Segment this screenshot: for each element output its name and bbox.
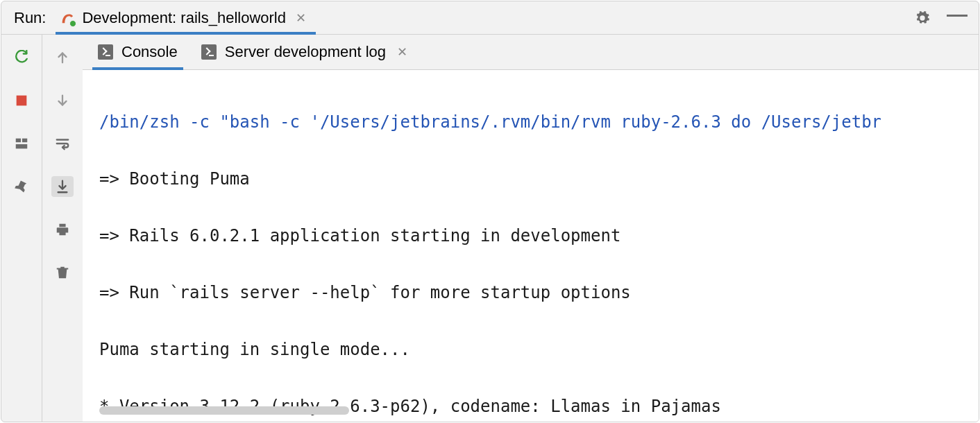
tab-console[interactable]: Console <box>92 35 183 69</box>
print-button[interactable] <box>51 219 74 240</box>
trash-button[interactable] <box>51 262 74 283</box>
svg-rect-3 <box>16 144 28 148</box>
layout-button[interactable] <box>10 133 33 154</box>
console-line: /bin/zsh -c "bash -c '/Users/jetbrains/.… <box>99 108 979 137</box>
console-line: Puma starting in single mode... <box>99 336 979 364</box>
gear-icon[interactable] <box>912 8 933 28</box>
console-output[interactable]: /bin/zsh -c "bash -c '/Users/jetbrains/.… <box>83 70 979 422</box>
run-config-tab[interactable]: Development: rails_helloworld ✕ <box>56 1 315 34</box>
run-actions-toolbar <box>1 35 42 422</box>
terminal-icon <box>98 44 113 60</box>
soft-wrap-button[interactable] <box>51 133 74 154</box>
run-tool-window: Run: Development: rails_helloworld ✕ — <box>1 1 979 422</box>
svg-rect-0 <box>17 96 27 106</box>
svg-rect-1 <box>16 139 21 143</box>
down-arrow-icon[interactable] <box>51 90 74 111</box>
close-icon[interactable]: ✕ <box>394 42 410 62</box>
titlebar: Run: Development: rails_helloworld ✕ — <box>1 1 979 35</box>
stop-button[interactable] <box>10 90 33 111</box>
svg-rect-2 <box>22 139 27 143</box>
run-config-tab-label: Development: rails_helloworld <box>82 9 285 27</box>
console-line: => Run `rails server --help` for more st… <box>99 279 979 307</box>
terminal-icon <box>201 44 217 60</box>
console-line: => Rails 6.0.2.1 application starting in… <box>99 222 979 250</box>
rerun-button[interactable] <box>10 47 33 68</box>
minimize-icon[interactable]: — <box>943 10 972 26</box>
up-arrow-icon[interactable] <box>51 47 74 68</box>
scroll-to-end-button[interactable] <box>51 176 74 197</box>
close-icon[interactable]: ✕ <box>293 8 309 28</box>
tab-console-label: Console <box>121 43 178 61</box>
run-label: Run: <box>14 9 46 27</box>
rails-icon <box>60 10 75 26</box>
tab-server-log-label: Server development log <box>225 43 386 61</box>
console-tabs: Console Server development log ✕ <box>83 35 979 70</box>
tab-server-log[interactable]: Server development log ✕ <box>196 35 416 69</box>
pin-button[interactable] <box>10 176 33 197</box>
console-line: => Booting Puma <box>99 165 979 193</box>
horizontal-scrollbar[interactable] <box>99 406 349 415</box>
console-toolbar <box>42 35 83 422</box>
